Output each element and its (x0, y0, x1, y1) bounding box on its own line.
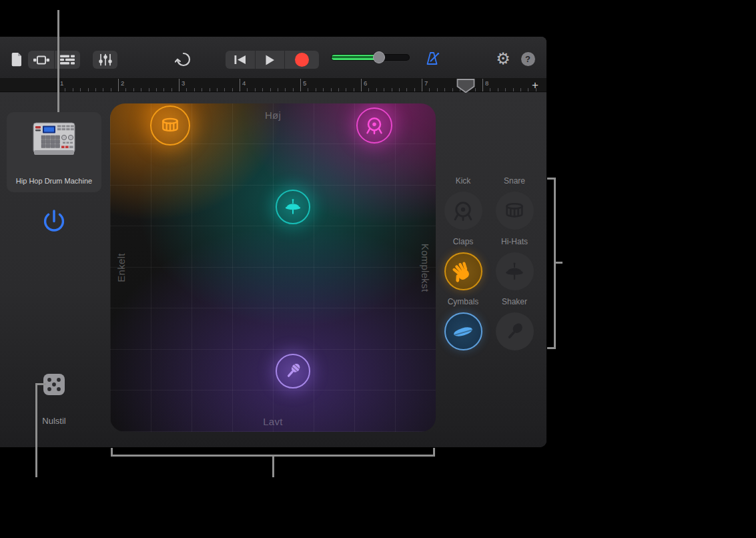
garageband-window: ⚙ ? 1 2 3 4 5 6 7 8 + (0, 37, 546, 447)
snare-drum-icon (159, 115, 181, 136)
help-button[interactable]: ? (520, 51, 535, 66)
power-icon (39, 208, 69, 237)
kit-item-claps: Claps (438, 237, 488, 290)
callout-line-reset-vertical (35, 383, 37, 477)
metronome-icon (425, 51, 441, 67)
kit-label: Snare (489, 176, 540, 187)
kick-drum-icon (452, 200, 474, 222)
callout-bracket-pad-stem (272, 455, 274, 477)
kit-item-kick: Kick (438, 176, 488, 230)
cymbals-button[interactable] (444, 312, 482, 350)
pad-label-complex: Komplekst (420, 244, 431, 292)
kit-label: Kick (438, 176, 488, 187)
kit-item-shaker: Shaker (489, 297, 540, 350)
shaker-icon (283, 361, 303, 381)
hihat-icon (283, 197, 303, 217)
ruler-number: 7 (424, 79, 428, 87)
play-button[interactable] (255, 51, 284, 69)
dice-icon (43, 373, 65, 396)
snare-puck[interactable] (150, 105, 190, 146)
drum-machine-image (32, 121, 76, 158)
faders-icon (98, 53, 113, 66)
ruler-number: 4 (242, 79, 246, 87)
pad-label-simple: Enkelt (115, 253, 127, 282)
shaker-icon (503, 320, 526, 343)
ruler-number: 5 (303, 79, 306, 87)
reset-label: Nulstil (14, 416, 94, 426)
hihat-icon (503, 260, 526, 283)
rewind-icon (234, 55, 247, 65)
shaker-puck[interactable] (276, 354, 310, 388)
kick-drum-icon (364, 115, 384, 136)
metronome-button[interactable] (424, 50, 442, 67)
hihats-button[interactable] (496, 252, 534, 290)
kit-item-hihats: Hi-Hats (489, 237, 540, 290)
play-icon (265, 55, 275, 65)
claps-button[interactable] (444, 252, 482, 290)
callout-bracket-kit-mid-tick (554, 262, 562, 264)
toolbar: ⚙ ? (0, 37, 546, 79)
instrument-card[interactable]: Hip Hop Drum Machine (7, 112, 101, 192)
ruler-number: 2 (121, 79, 124, 87)
kit-label: Hi-Hats (489, 237, 540, 248)
add-bars-button[interactable]: + (532, 79, 538, 92)
kit-label: Shaker (489, 297, 540, 308)
callout-bracket-pad-left-tick (111, 448, 113, 457)
tracks-view-icon (33, 55, 50, 65)
playhead-marker[interactable] (456, 79, 475, 93)
kick-puck[interactable] (356, 107, 392, 144)
callout-bracket-kit-bottom-tick (547, 347, 556, 349)
ruler-number: 6 (364, 79, 367, 87)
callout-bracket-kit-top-tick (547, 178, 556, 180)
kick-button[interactable] (444, 192, 482, 230)
document-icon (11, 52, 23, 67)
list-view-icon (59, 55, 75, 65)
drum-xy-pad[interactable]: Høj Lavt Enkelt Komplekst (110, 103, 436, 432)
cymbal-icon (451, 320, 475, 344)
ruler-number: 8 (485, 79, 488, 87)
hihat-puck[interactable] (276, 190, 310, 224)
snare-button[interactable] (496, 192, 534, 230)
document-button[interactable] (9, 51, 24, 67)
callout-line-instrument (57, 10, 59, 112)
reset-button[interactable] (43, 373, 65, 396)
shaker-button[interactable] (496, 312, 534, 350)
callout-bracket-pad-right-tick (433, 448, 435, 457)
ruler-number: 3 (181, 79, 185, 87)
tracks-view-button[interactable] (28, 51, 54, 69)
screenshot-canvas: ⚙ ? 1 2 3 4 5 6 7 8 + (0, 0, 756, 538)
help-icon: ? (521, 52, 535, 66)
ruler-number: 1 (60, 79, 63, 87)
pad-grid (110, 103, 436, 432)
view-switcher (28, 51, 80, 69)
undo-icon (175, 51, 192, 68)
record-button[interactable] (284, 51, 319, 69)
smart-controls-button[interactable] (93, 51, 117, 69)
timeline-ruler[interactable]: 1 2 3 4 5 6 7 8 + (0, 79, 546, 92)
kit-label: Cymbals (438, 297, 488, 308)
main-content: Hip Hop Drum Machine (0, 93, 546, 447)
instrument-name: Hip Hop Drum Machine (7, 177, 101, 185)
record-icon (295, 53, 309, 67)
kit-label: Claps (438, 237, 488, 248)
volume-slider[interactable] (332, 55, 409, 60)
snare-drum-icon (503, 200, 526, 222)
power-button[interactable] (39, 208, 69, 237)
rewind-button[interactable] (226, 51, 255, 69)
transport-controls (226, 51, 319, 69)
clap-hand-icon (452, 260, 474, 283)
kit-item-snare: Snare (489, 176, 540, 230)
volume-slider-thumb[interactable] (373, 51, 385, 63)
settings-button[interactable]: ⚙ (494, 49, 512, 68)
kit-item-cymbals: Cymbals (438, 297, 488, 350)
undo-button[interactable] (174, 50, 193, 69)
gear-icon: ⚙ (496, 51, 510, 67)
pad-label-low: Lavt (110, 416, 436, 427)
